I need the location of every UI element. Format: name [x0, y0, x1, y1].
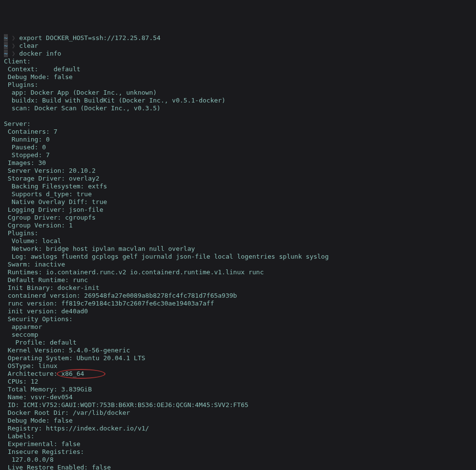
server-live-restore: Live Restore Enabled: false	[4, 464, 111, 470]
server-name: Name: vsvr-dev054	[4, 393, 73, 401]
server-debug: Debug Mode: false	[4, 417, 73, 424]
prompt-tilde: ~	[4, 42, 8, 49]
prompt-arrow-icon: ❯	[12, 50, 16, 57]
server-header: Server:	[4, 120, 31, 127]
command-3: docker info	[19, 50, 61, 57]
server-runc-version: runc version: ff819c7e9184c13b7c2607fe6c…	[4, 300, 214, 307]
server-registry: Registry: https://index.docker.io/v1/	[4, 425, 149, 432]
prompt-tilde: ~	[4, 50, 8, 57]
server-log: Log: awslogs fluentd gcplogs gelf journa…	[4, 253, 329, 260]
server-swarm: Swarm: inactive	[4, 261, 65, 268]
server-storage: Storage Driver: overlay2	[4, 175, 100, 182]
client-plugins-header: Plugins:	[4, 81, 38, 88]
prompt-tilde: ~	[4, 34, 8, 41]
server-running: Running: 0	[4, 136, 50, 143]
server-images: Images: 30	[4, 159, 46, 166]
prompt-arrow-icon: ❯	[12, 34, 16, 41]
server-architecture: Architecture: x86_64	[4, 370, 84, 377]
blank-line	[4, 112, 472, 120]
server-seccomp: seccomp	[4, 331, 38, 338]
server-cgroup-version: Cgroup Version: 1	[4, 222, 73, 229]
server-stopped: Stopped: 7	[4, 151, 50, 159]
server-profile: Profile: default	[4, 339, 77, 346]
server-init-version: init version: de40ad0	[4, 307, 88, 315]
terminal-output[interactable]: ~ ❯ export DOCKER_HOST=ssh://172.25.87.5…	[4, 34, 472, 470]
server-dtype: Supports d_type: true	[4, 190, 92, 198]
server-insecure: Insecure Registries:	[4, 448, 84, 455]
server-logging: Logging Driver: json-file	[4, 206, 103, 213]
server-paused: Paused: 0	[4, 143, 46, 151]
server-diff: Native Overlay Diff: true	[4, 198, 107, 205]
server-memory: Total Memory: 3.839GiB	[4, 386, 92, 393]
server-network: Network: bridge host ipvlan macvlan null…	[4, 245, 195, 252]
server-experimental: Experimental: false	[4, 440, 81, 448]
command-2: clear	[19, 42, 38, 49]
command-1: export DOCKER_HOST=ssh://172.25.87.54	[19, 34, 161, 41]
prompt-line-1: ~ ❯ export DOCKER_HOST=ssh://172.25.87.5…	[4, 34, 472, 42]
prompt-line-2: ~ ❯ clear	[4, 42, 472, 50]
server-root-dir: Docker Root Dir: /var/lib/docker	[4, 409, 130, 416]
server-runtimes: Runtimes: io.containerd.runc.v2 io.conta…	[4, 268, 264, 276]
server-insecure-item: 127.0.0.0/8	[4, 456, 54, 463]
server-ostype: OSType: linux	[4, 362, 58, 369]
client-debug: Debug Mode: false	[4, 73, 73, 81]
server-version: Server Version: 20.10.2	[4, 167, 96, 174]
client-plugin-buildx: buildx: Build with BuildKit (Docker Inc.…	[4, 97, 226, 104]
server-id: ID: ICMI:V752:GAUI:WQDT:753B:B6XR:BS36:O…	[4, 401, 248, 409]
client-plugin-scan: scan: Docker Scan (Docker Inc., v0.3.5)	[4, 104, 161, 112]
server-security: Security Options:	[4, 315, 73, 323]
server-backing: Backing Filesystem: extfs	[4, 183, 107, 190]
server-os: Operating System: Ubuntu 20.04.1 LTS	[4, 354, 145, 362]
server-containers: Containers: 7	[4, 128, 58, 135]
server-kernel: Kernel Version: 5.4.0-56-generic	[4, 347, 130, 354]
prompt-line-3: ~ ❯ docker info	[4, 50, 472, 58]
server-cpus: CPUs: 12	[4, 378, 38, 385]
client-context: Context: default	[4, 65, 81, 73]
client-header: Client:	[4, 58, 31, 65]
server-apparmor: apparmor	[4, 323, 42, 330]
server-plugins-header: Plugins:	[4, 229, 38, 237]
server-default-runtime: Default Runtime: runc	[4, 276, 88, 284]
client-plugin-app: app: Docker App (Docker Inc., unknown)	[4, 89, 157, 96]
server-init-binary: Init Binary: docker-init	[4, 284, 100, 291]
server-containerd-version: containerd version: 269548fa27e0089a8b82…	[4, 292, 237, 299]
server-labels: Labels:	[4, 432, 35, 440]
server-volume: Volume: local	[4, 237, 61, 245]
server-cgroup-driver: Cgroup Driver: cgroupfs	[4, 214, 96, 221]
prompt-arrow-icon: ❯	[12, 42, 16, 49]
